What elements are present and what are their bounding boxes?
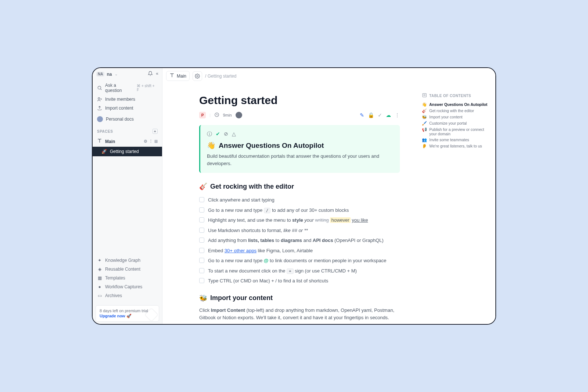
more-vertical-icon[interactable]: ⋮: [395, 112, 400, 118]
warning-icon: △: [232, 131, 236, 138]
trial-banner: 8 days left on premium trial Upgrade now…: [96, 305, 159, 322]
app-window: NA na ⌄ « Ask a question ⌘ + shift + F: [92, 67, 496, 325]
search-icon: [97, 85, 102, 90]
toc-emoji-icon: 🐝: [422, 115, 427, 120]
edit-icon[interactable]: ✎: [360, 112, 364, 118]
checkbox[interactable]: [199, 217, 204, 222]
space-main-label: Main: [105, 139, 115, 144]
toc-emoji-icon: 👂: [422, 144, 427, 149]
checklist-item: Go to a new row and type @ to link docum…: [199, 256, 400, 266]
book-icon: [169, 73, 175, 79]
breadcrumb-path: / Getting started: [205, 74, 236, 79]
checklist-item: Type CTRL (or CMD on Mac) + / to find a …: [199, 276, 400, 286]
reusable-content-button[interactable]: ◈ Reusable Content: [93, 265, 162, 274]
toc-item[interactable]: 👋Answer Questions On Autopilot: [422, 101, 490, 108]
checklist-item: Use Markdown shortcuts to format, like #…: [199, 225, 400, 236]
toc-emoji-icon: 🖌️: [422, 121, 427, 126]
toc-item[interactable]: 🎸Get rocking with the editor: [422, 108, 490, 114]
tree-item-label: Getting started: [110, 149, 139, 154]
toc-header-label: TABLE OF CONTENTS: [429, 94, 471, 98]
toc-item[interactable]: 🖌️Customize your portal: [422, 120, 490, 126]
add-page-icon[interactable]: ⊞: [154, 139, 158, 144]
toc-item-label: Customize your portal: [429, 121, 467, 125]
guitar-icon: 🎸: [199, 182, 207, 190]
check-icon: ✔: [216, 131, 220, 138]
toc-emoji-icon: 👋: [422, 102, 427, 107]
more-icon[interactable]: ⋮: [149, 139, 153, 144]
sidebar-footer: ✦ Knowledge Graph ◈ Reusable Content ▦ T…: [93, 254, 162, 303]
checkbox[interactable]: [199, 197, 204, 202]
toc-header: TABLE OF CONTENTS: [422, 93, 490, 99]
space-item-main[interactable]: Main ⚙ ⋮ ⊞: [93, 136, 162, 147]
svg-line-1: [100, 89, 101, 90]
book-icon: [97, 138, 102, 145]
spaces-header: SPACES +: [93, 125, 162, 136]
space-settings-button[interactable]: [193, 71, 202, 81]
avatar: [97, 116, 103, 122]
checkbox[interactable]: [199, 207, 204, 213]
checklist-item: To start a new document click on the + s…: [199, 266, 400, 276]
tree-item-getting-started[interactable]: 🚀 Getting started: [93, 147, 162, 156]
workflow-captures-button[interactable]: ● Workflow Captures: [93, 282, 162, 291]
collapse-sidebar-icon[interactable]: «: [156, 71, 158, 77]
toc-emoji-icon: 📢: [422, 127, 427, 132]
breadcrumb-bar: Main / Getting started: [162, 68, 495, 84]
checkbox[interactable]: [199, 228, 204, 233]
checklist-item: Click anywhere and start typing: [199, 195, 400, 205]
toc-item-label: Get rocking with the editor: [429, 108, 474, 113]
callout-body: Build beautiful documentation portals th…: [207, 153, 393, 167]
workspace-switcher[interactable]: NA na ⌄ «: [93, 68, 162, 80]
workflow-icon: ●: [97, 284, 102, 289]
rocket-icon: 🚀: [101, 149, 107, 154]
personal-docs-button[interactable]: Personal docs: [93, 113, 162, 125]
reusable-icon: ◈: [97, 267, 102, 272]
templates-icon: ▦: [97, 275, 102, 281]
checkbox[interactable]: [199, 268, 204, 273]
checkbox[interactable]: [199, 278, 204, 283]
svg-point-3: [197, 75, 198, 77]
chevron-down-icon: ⌄: [115, 72, 118, 76]
author-avatar[interactable]: [236, 112, 242, 118]
workspace-name: na: [107, 72, 112, 77]
read-time: 9min: [223, 113, 232, 117]
toc-emoji-icon: 🎸: [422, 108, 427, 113]
doc-meta-row: P | 9min ✎ 🔒 ✓ ☁ ⋮: [199, 112, 400, 118]
invite-members-button[interactable]: Invite members: [93, 95, 162, 104]
knowledge-graph-button[interactable]: ✦ Knowledge Graph: [93, 256, 162, 265]
gear-icon[interactable]: ⚙: [144, 139, 147, 144]
toc-item-label: Publish for a preview or connect your do…: [429, 127, 490, 136]
ask-question-button[interactable]: Ask a question ⌘ + shift + F: [93, 81, 162, 95]
cloud-icon[interactable]: ☁: [386, 112, 391, 118]
bell-icon[interactable]: [148, 71, 153, 77]
ask-question-label: Ask a question: [105, 83, 134, 93]
lock-icon[interactable]: 🔒: [368, 112, 374, 118]
breadcrumb-space-button[interactable]: Main: [166, 71, 190, 81]
toc-item[interactable]: 👥Invite some teammates: [422, 137, 490, 143]
spaces-header-label: SPACES: [97, 129, 113, 133]
checkbox[interactable]: [199, 238, 204, 243]
checkbox[interactable]: [199, 248, 204, 253]
check-circle-icon[interactable]: ✓: [378, 112, 382, 118]
sidebar: NA na ⌄ « Ask a question ⌘ + shift + F: [93, 68, 162, 324]
hero-callout: ⓘ ✔ ⊘ △ 👋 Answer Questions On Autopilot …: [199, 125, 400, 173]
page-title: Getting started: [199, 94, 400, 107]
archives-button[interactable]: ▭ Archives: [93, 291, 162, 300]
import-content-label: Import content: [105, 106, 133, 111]
add-space-button[interactable]: +: [153, 129, 158, 134]
checkbox[interactable]: [199, 258, 204, 263]
embed-apps-link[interactable]: 30+ other apps: [225, 248, 257, 253]
templates-button[interactable]: ▦ Templates: [93, 274, 162, 282]
toc-item[interactable]: 👂We're great listeners, talk to us: [422, 143, 490, 149]
reusable-content-label: Reusable Content: [105, 267, 140, 272]
status-badge[interactable]: P: [199, 112, 206, 118]
main-area: Main / Getting started Getting started P…: [162, 68, 495, 324]
toc-item[interactable]: 🐝Import your content: [422, 114, 490, 120]
section-editor: 🎸 Get rocking with the editor: [199, 182, 400, 190]
import-content-button[interactable]: Import content: [93, 104, 162, 113]
document-content[interactable]: Getting started P | 9min ✎ 🔒 ✓ ☁ ⋮: [162, 84, 422, 324]
archive-icon: ▭: [97, 293, 102, 298]
workspace-badge: NA: [96, 72, 104, 76]
callout-heading: 👋 Answer Questions On Autopilot: [207, 141, 393, 150]
toc-item[interactable]: 📢Publish for a preview or connect your d…: [422, 126, 490, 137]
knowledge-graph-label: Knowledge Graph: [105, 258, 140, 263]
